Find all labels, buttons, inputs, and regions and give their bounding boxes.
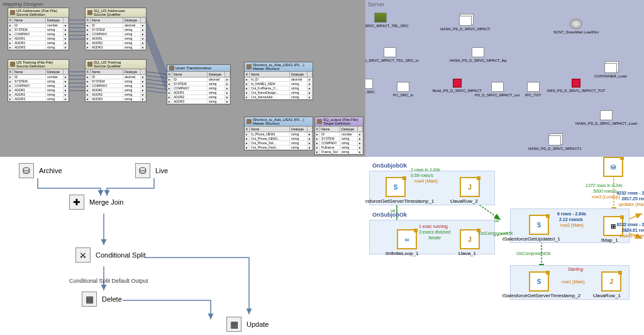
table-row[interactable]: ▸ADDR3string▸ (167, 99, 230, 104)
tmysqlinput[interactable]: ⛁ (603, 157, 623, 177)
table-row[interactable]: ▸SYSTEMstring▸ (86, 79, 146, 84)
table-row[interactable]: ▸Out_NameAddr…string▸ (245, 95, 313, 99)
table-row[interactable]: ▸COMPANYstring▸ (8, 84, 69, 88)
table-row[interactable]: ▸SYSTEMstring▸ (315, 137, 363, 141)
live-source[interactable]: ⛁Live (135, 163, 168, 178)
table-row[interactable]: ▸Fname_Stdstring▸ (315, 150, 363, 154)
table-icon (317, 119, 322, 124)
table-row[interactable]: ▸ADDR2string▸ (8, 93, 69, 97)
table-row[interactable]: ▸Out_Phone_NEW1…string▸ (245, 137, 313, 141)
stat: Iterate (428, 236, 441, 240)
tjavarow-1[interactable]: J (601, 271, 621, 292)
stat: 5600 rows/s (593, 189, 617, 193)
subjob-title: OnSubjobOk (372, 212, 407, 218)
tsalesforce-timestamp-2[interactable]: S (529, 271, 549, 292)
stat: 0.59 rows/s (411, 173, 433, 178)
table-row[interactable]: ▸ADDR1string▸ (8, 88, 69, 93)
mapping-table-t8[interactable]: SQ_output (Flat File)Target Definition K… (314, 116, 364, 155)
ds-node-n12[interactable]: HASH_PS_D_SRVC_IMPACT1 (528, 135, 581, 150)
ds-node-n2[interactable]: HASH_PS_D_SRVC_MPACT (440, 16, 490, 31)
conditional-split[interactable]: ⤩Conditional Split (75, 247, 146, 263)
table-row[interactable]: ▸Fullnamestring▸ (315, 145, 363, 150)
tsalesforce-updated[interactable]: S (529, 215, 549, 235)
table-row[interactable]: ▸ADDR3string▸ (86, 45, 146, 50)
svg-line-8 (147, 28, 167, 80)
svg-line-18 (147, 72, 167, 74)
table-row[interactable]: ▸SYSTEMstring▸ (8, 79, 69, 84)
table-row[interactable]: ▸COMPANYstring▸ (8, 32, 69, 37)
ds-node-n9[interactable]: IPC_TGT (525, 82, 541, 97)
node-label: Update (247, 321, 269, 328)
table-row[interactable]: ▸ADDR1string▸ (86, 37, 146, 41)
stat: OnComponentOk (516, 251, 550, 256)
svg-line-11 (147, 39, 167, 91)
ds-node-n3[interactable]: SCNT_SnowMart LoadDim (553, 19, 599, 34)
table-row[interactable]: ▸IDdecimal▸ (86, 75, 146, 79)
stat: row4 (Main) (414, 179, 438, 183)
merge-join[interactable]: ✚Merge Join (69, 195, 123, 210)
ds-node-n11[interactable]: HASH_PS_D_SRVC_IMPACT_Load (575, 110, 637, 125)
table-row[interactable]: ▸ADDR3string▸ (8, 97, 69, 101)
table-row[interactable]: ▸COMPANYstring▸ (86, 84, 146, 88)
stat: inserts (Main order:2) (619, 234, 644, 238)
stat: 1372 rows in 0.24s (586, 183, 623, 188)
table-row[interactable]: ▸In_IDdecimal▸ (245, 77, 313, 82)
table-row[interactable]: ▸COMPANYstring▸ (167, 86, 230, 91)
node-icon (572, 79, 580, 88)
table-row[interactable]: ▸IDnumber▸ (8, 23, 69, 28)
table-row[interactable]: ▸In_Phone_NEW1string▸ (245, 132, 313, 137)
stat: OnComponentOk (479, 231, 513, 236)
ds-node-n5[interactable]: HASH_PS_D_SRVC_MPACT_lkp (450, 47, 506, 62)
table-row[interactable]: ▸IDdecimal▸ (167, 77, 230, 82)
table-row[interactable]: ▸ADDR2string▸ (167, 95, 230, 99)
table-row[interactable]: ▸ADDR2string▸ (86, 93, 146, 97)
mapping-table-t5[interactable]: Union Transformation KNameDatatype▸IDdec… (167, 64, 231, 105)
table-row[interactable]: ▸ADDR1string▸ (167, 91, 230, 95)
col-headers: KNameDatatype (245, 72, 313, 77)
table-row[interactable]: ▸SYSTEMstring▸ (8, 28, 69, 32)
table-row[interactable]: ▸Out_NameDesign…string▸ (245, 91, 313, 95)
ds-node-n1[interactable]: S_PS_SRVC_MPACT_TBL_SRC (365, 13, 408, 28)
tjava-1[interactable]: J (460, 229, 480, 249)
table-row[interactable]: ▸SYSTEMstring▸ (167, 82, 230, 86)
tjavarow-2[interactable]: J (460, 177, 480, 197)
table-row[interactable]: ▸In_NAME1_NEWstring▸ (245, 82, 313, 86)
table-row[interactable]: ▸ADDR2string▸ (8, 41, 69, 45)
ds-node-n4[interactable]: PS_SRVC_MPACT_TDL_SRC_in (365, 47, 418, 62)
ds-node-n8[interactable]: PS_D_SRVC_MPACT_out (475, 82, 519, 97)
mapping-table-t6[interactable]: Shortcut_to_Ada_USA1 (Fil…)Master Shortc… (244, 62, 313, 100)
mapping-table-t7[interactable]: Shortcut_to_Ada_USA1 (Fil…)Master Shortc… (244, 116, 313, 150)
table-row[interactable]: ▸IDnumber▸ (315, 132, 363, 137)
tsalesforce-timestamp-1[interactable]: S (386, 177, 406, 197)
ds-node-n7[interactable]: PC_SRC_in (393, 82, 413, 97)
archive-source[interactable]: ⛁Archive (19, 163, 62, 178)
tinfiniteloop[interactable]: ∞ (397, 229, 417, 249)
table-row[interactable]: ▸Out_Phone_Dash…string▸ (245, 145, 313, 150)
mapping-table-t2[interactable]: SQ_US AddressesSource Qualifier KNameDat… (85, 8, 147, 50)
mapping-table-t4[interactable]: SQ_US TrainingSource Qualifier KNameData… (85, 59, 147, 102)
mapping-table-t3[interactable]: US Training (Flat File)Source Definition… (8, 59, 69, 102)
node-icon (384, 47, 396, 57)
delete-node[interactable]: ▦Delete (82, 292, 122, 307)
table-row[interactable]: ▸ADDR2string▸ (86, 41, 146, 45)
table-row[interactable]: ▸IDdecimal▸ (86, 23, 146, 28)
table-row[interactable]: ▸SYSTEMstring▸ (86, 28, 146, 32)
table-row[interactable]: ▸ADDR1string▸ (86, 88, 146, 93)
table-icon (10, 62, 15, 67)
table-row[interactable]: ▸COMPANYstring▸ (86, 32, 146, 37)
table-row[interactable]: ▸COMPANYstring▸ (315, 141, 363, 145)
table-row[interactable]: ▸ADDR3string▸ (86, 97, 146, 101)
ds-node-n6[interactable]: IPC_SRC (365, 79, 375, 94)
table-row[interactable]: ▸ADDR1string▸ (8, 37, 69, 41)
svg-line-6 (147, 20, 167, 72)
table-row[interactable]: ▸Out_Phone_Std…string▸ (245, 141, 313, 145)
ds-node-n9b[interactable]: DRS_PS_D_SRVC_IMPACT_TGT (547, 79, 605, 93)
update-node[interactable]: ▦Update (226, 317, 269, 332)
mapping-table-t1[interactable]: US Addresses (Flat File)Source Definitio… (8, 8, 69, 50)
ds-node-n10[interactable]: CONTAINER_Load (594, 63, 627, 78)
table-row[interactable]: ▸IDnumber▸ (8, 75, 69, 79)
table-row[interactable]: ▸Out_FullName_O…string▸ (245, 86, 313, 91)
table-row[interactable]: ▸ADDR3string▸ (8, 45, 69, 50)
node-label: Archive (39, 167, 62, 174)
table-title: US Addresses (Flat File)Source Definitio… (16, 9, 57, 16)
